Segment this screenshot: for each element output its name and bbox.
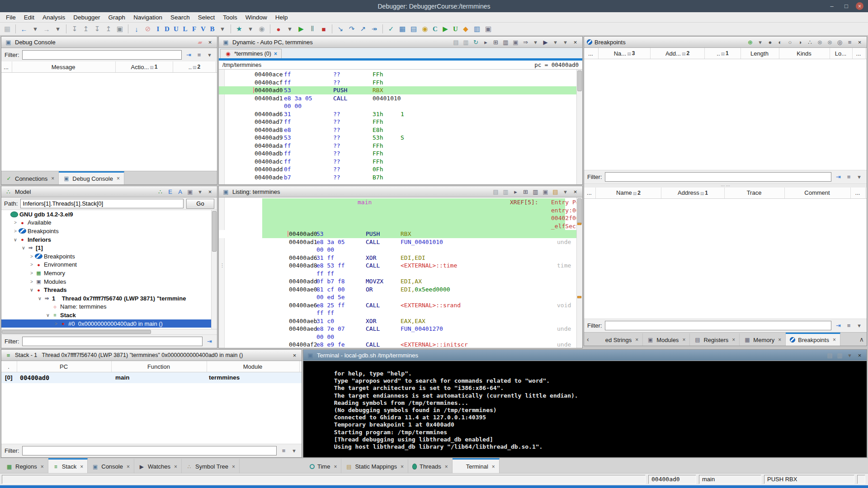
close-tab-icon[interactable]: × [274,51,277,57]
asm-row[interactable]: 00400ad7 ff ?? FFh [219,118,576,126]
book-icon[interactable]: ▤ [551,188,560,195]
tree-item[interactable]: > ● Environment [1,261,217,269]
menu-item[interactable]: Edit [20,13,38,22]
go-button[interactable]: Go [186,199,214,209]
table-ch-icon[interactable]: ▥ [501,39,510,46]
dd-icon[interactable]: ▾ [196,188,204,195]
listing-header[interactable]: ▣ Listing: termmines ▤▥▸⊞▥▣▤▾× [219,186,582,197]
asm-row[interactable]: 00 ed 5e [219,293,576,301]
debug-bug-icon[interactable]: ★ [234,23,245,34]
asm-row[interactable]: 00 00 [219,333,576,341]
dd-icon[interactable]: ▾ [245,23,256,34]
x-circle-icon[interactable]: ⊗ [826,39,834,46]
tree-item[interactable]: ∨ ⇒ [1] [1,244,217,252]
menu-item[interactable]: Tools [219,13,241,22]
window-control[interactable]: □ [841,2,851,10]
expander-icon[interactable]: ∨ [37,296,43,301]
tree-item[interactable]: ∨ ● Inferiors [1,235,217,244]
filter-input[interactable] [22,337,203,346]
tree-icon[interactable]: ∴ [156,188,165,195]
no-entry-icon[interactable]: ⊘ [142,23,153,34]
asm-row[interactable]: ff ff [219,270,576,278]
close-tab-icon[interactable]: × [232,464,235,470]
e-edit-icon[interactable]: E [166,188,175,195]
column-header[interactable]: ... [1,61,12,72]
dot-dark-icon[interactable]: ● [766,39,774,46]
asm-row[interactable]: 00400ad0 53 PUSH RBX [219,86,576,94]
close-icon[interactable]: × [571,188,580,195]
interrupt-icon[interactable]: Ⅱ [307,23,318,34]
dd-icon[interactable]: ▾ [205,52,214,58]
dd-icon[interactable]: ▾ [290,447,298,454]
dynamic-listing[interactable]: 00400ace ff ?? FFh 00400acf ff ?? FFh [219,70,582,184]
step-out-icon[interactable]: ↗ [358,23,368,34]
record-icon[interactable]: ● [273,23,284,34]
fmt-i-icon[interactable]: I [154,23,162,34]
asm-row[interactable]: 00400ae6 e8 25 ff CALL <EXTERNAL>::srand… [219,301,576,310]
camera-icon[interactable]: ▣ [511,39,520,46]
forward-icon[interactable]: → [41,23,52,34]
paste-icon[interactable]: ▥ [835,352,844,359]
u-green-icon[interactable]: U [451,23,460,34]
dd-icon[interactable]: ▾ [756,39,764,46]
window-control[interactable]: × [856,2,863,10]
menu-item[interactable]: Help [271,13,292,22]
step-ext-icon[interactable]: ↠ [369,23,380,34]
dock-tab[interactable]: ▦Memory× [740,333,786,346]
terminal-header[interactable]: ▣ Terminal - local-gdb.sh /tmp/termmines… [303,350,867,361]
dock-tab[interactable]: ✓Connections× [1,171,59,184]
column-header[interactable]: Comment [785,188,851,198]
asm-row[interactable]: 00400add 0f b7 f8 MOVZX EDI,AX [219,277,576,286]
attach-icon[interactable]: ◉ [256,23,267,34]
dock-tab[interactable]: ▣Modules× [643,333,690,346]
dock-tab[interactable]: ▤Static Mappings× [341,458,408,474]
column-header[interactable]: ... [584,48,599,59]
dot-h2-icon[interactable]: ◑ [796,39,804,46]
column-header[interactable]: ..2 [173,61,216,72]
column-header[interactable]: Address1 [661,188,725,198]
column-header[interactable]: Trace [725,188,785,198]
patch-up-icon[interactable]: ↥ [80,23,91,34]
dock-tab[interactable]: Threads× [408,458,453,474]
dots-pair-icon[interactable]: ∴ [806,39,814,46]
menu-item[interactable]: Search [166,13,194,22]
breakpoints-header[interactable]: Breakpoints ⊕▾●◐○◑∴⊗⊗◎≡× [584,37,867,48]
filter-input[interactable] [605,321,832,330]
dynamic-header[interactable]: ▣ Dynamic - Auto PC, termmines ▤▥↻▸⊞▥▣⇒▾… [219,37,582,48]
dd-icon[interactable]: ▾ [855,322,863,329]
close-tab-icon[interactable]: × [445,464,448,470]
asm-row[interactable]: 00400adc ff ?? FFh [219,158,576,166]
asm-row[interactable]: 00400ad8 e8 53 ff CALL <EXTERNAL>::time … [219,262,576,270]
toolbar-button[interactable] [66,24,66,33]
expander-icon[interactable]: > [53,321,59,326]
fmt-l-icon[interactable]: L [181,23,189,34]
tree-item[interactable]: > ● Available [1,219,217,227]
dot-open-icon[interactable]: ○ [786,39,794,46]
fmt-f-icon[interactable]: F [190,23,198,34]
check-icon[interactable]: ✓ [386,23,396,34]
save-icon[interactable]: ▦ [2,23,13,34]
patch-down-icon[interactable]: ↧ [92,23,103,34]
tree-item[interactable]: ○ Name: termmines [1,303,217,311]
asm-row[interactable]: 00400acf ff ?? FFh [219,79,576,87]
tree-item[interactable]: > Breakpoints [1,227,217,235]
dock-tab[interactable]: Breakpoints× [786,333,840,346]
dock-tab[interactable]: ▣Debug Console× [59,171,124,184]
breakpoint-locations-body[interactable] [584,199,867,319]
tree-item[interactable]: ∨ ● Threads [1,286,217,294]
path-input[interactable] [20,199,184,208]
close-tab-icon[interactable]: × [682,337,685,343]
stack-header[interactable]: ≡ Stack - 1 Thread 0x7ffff7f56740 (LWP 3… [1,350,302,361]
menu-item[interactable]: Debugger [69,13,104,22]
play-sm-icon[interactable]: ▶ [541,39,550,46]
close-icon[interactable]: × [206,39,214,46]
asm-row[interactable]: 00400af2 e8 e9 fe CALL <EXTERNAL>::inits… [219,341,576,348]
dock-tab[interactable]: ed Strings× [592,333,643,346]
close-tab-icon[interactable]: × [778,337,781,343]
dd-icon[interactable]: ▾ [561,39,570,46]
plus-green-icon[interactable]: ⊕ [746,39,755,46]
dd-icon[interactable]: ▾ [30,23,41,34]
filter-clear-icon[interactable]: ⇥ [834,322,843,329]
filter-input[interactable] [605,172,832,182]
asm-row[interactable]: 00 00 [219,246,576,254]
